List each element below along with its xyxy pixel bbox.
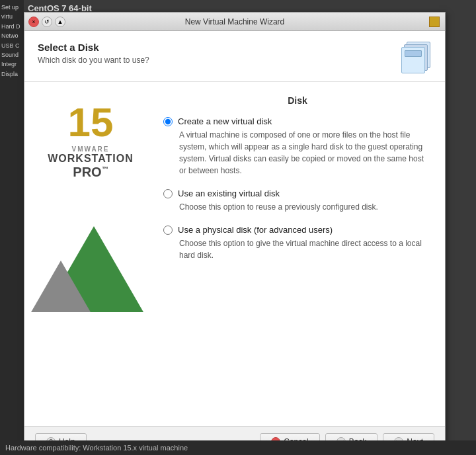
maximize-icon: ▲	[58, 19, 63, 25]
triangle-gray	[31, 261, 91, 312]
option-new-virtual-disk-desc: A virtual machine is composed of one or …	[179, 129, 432, 177]
disk-icon	[400, 42, 432, 73]
sidebar-item: Set up	[1, 3, 22, 12]
titlebar-buttons: × ↺ ▲	[28, 17, 65, 27]
sidebar-item: Netwo	[1, 31, 22, 40]
dialog-section-title: Select a Disk	[38, 42, 149, 53]
dialog-section-subtitle: Which disk do you want to use?	[38, 56, 149, 65]
close-icon: ×	[32, 19, 35, 25]
dialog-body: 15 VMWARE WORKSTATION PRO™	[24, 82, 445, 426]
option-physical-disk-radio[interactable]	[163, 226, 173, 235]
floppy-card-1	[401, 47, 425, 73]
os-sidebar: Set up virtu Hard D Netwo USB C Sound In…	[0, 0, 24, 455]
sidebar-item: Integr	[1, 60, 22, 69]
logo-version-number: 15	[31, 102, 150, 143]
option-physical-disk-label[interactable]: Use a physical disk (for advanced users)	[178, 225, 333, 235]
close-button[interactable]: ×	[28, 17, 39, 27]
sidebar-item: Displa	[1, 69, 22, 79]
option-new-virtual-disk-label[interactable]: Create a new virtual disk	[178, 116, 272, 126]
left-panel: 15 VMWARE WORKSTATION PRO™	[24, 82, 157, 426]
floppy-stack	[400, 42, 432, 73]
logo-triangles	[31, 193, 150, 312]
maximize-button[interactable]: ▲	[55, 17, 65, 27]
option-new-virtual-disk: Create a new virtual disk A virtual mach…	[163, 116, 432, 177]
sidebar-item: virtu	[1, 12, 22, 21]
dialog-window: × ↺ ▲ New Virtual Machine Wizard Select …	[24, 12, 446, 455]
logo-pro-text: PRO™	[31, 165, 150, 180]
dialog-header: Select a Disk Which disk do you want to …	[24, 31, 445, 82]
header-text: Select a Disk Which disk do you want to …	[38, 42, 149, 65]
option-existing-virtual-disk-radio[interactable]	[163, 189, 173, 198]
option-existing-virtual-disk-desc: Choose this option to reuse a previously…	[179, 201, 432, 213]
option-physical-disk-desc: Choose this option to give the virtual m…	[179, 237, 432, 261]
dialog-content: Select a Disk Which disk do you want to …	[24, 31, 445, 455]
dialog-title: New Virtual Machine Wizard	[185, 17, 285, 26]
option-3-header: Use a physical disk (for advanced users)	[163, 225, 432, 235]
option-2-header: Use an existing virtual disk	[163, 188, 432, 198]
vmware-logo-area: 15 VMWARE WORKSTATION PRO™	[31, 102, 150, 312]
logo-vmware-text: VMWARE	[31, 145, 150, 153]
vmware-logo: 15 VMWARE WORKSTATION PRO™	[31, 102, 150, 180]
minimize-button[interactable]: ↺	[42, 17, 52, 27]
right-panel: Disk Create a new virtual disk A virtual…	[157, 82, 445, 426]
logo-workstation-text: WORKSTATION	[31, 153, 150, 165]
option-existing-virtual-disk: Use an existing virtual disk Choose this…	[163, 188, 432, 213]
sidebar-item: Hard D	[1, 22, 22, 31]
option-1-header: Create a new virtual disk	[163, 116, 432, 126]
sidebar-item: Sound	[1, 50, 22, 60]
titlebar-corner-icon	[429, 17, 440, 27]
option-existing-virtual-disk-label[interactable]: Use an existing virtual disk	[178, 188, 280, 198]
disk-section-title: Disk	[163, 95, 432, 106]
bottom-bar-text: Hardware compatibility: Workstation 15.x…	[5, 444, 188, 452]
option-new-virtual-disk-radio[interactable]	[163, 117, 173, 126]
option-physical-disk: Use a physical disk (for advanced users)…	[163, 225, 432, 261]
titlebar: × ↺ ▲ New Virtual Machine Wizard	[24, 13, 445, 31]
sidebar-item: USB C	[1, 41, 22, 50]
bottom-status-bar: Hardware compatibility: Workstation 15.x…	[0, 440, 476, 455]
minimize-icon: ↺	[44, 19, 50, 25]
